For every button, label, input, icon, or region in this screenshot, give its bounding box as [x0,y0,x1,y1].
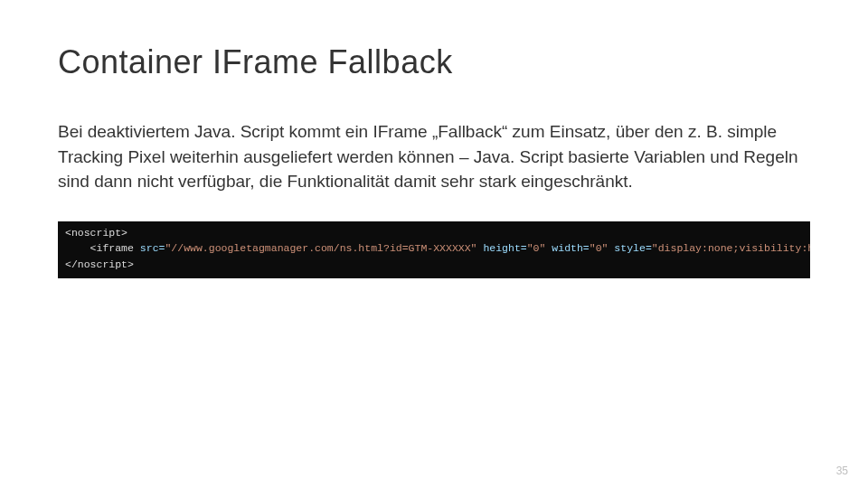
code-iframe-open: <iframe [90,242,140,254]
code-attr-style: style= [608,242,651,254]
code-val-height: "0" [527,242,546,254]
code-val-width: "0" [590,242,609,254]
code-noscript-close: </noscript> [65,258,134,270]
code-indent [65,242,90,254]
code-block: <noscript> <iframe src="//www.googletagm… [58,221,810,278]
slide-title: Container IFrame Fallback [58,43,810,81]
code-noscript-open: <noscript> [65,227,127,239]
code-attr-width: width= [545,242,589,254]
slide-body-text: Bei deaktiviertem Java. Script kommt ein… [58,119,799,194]
page-number: 35 [836,465,848,477]
code-attr-height: height= [477,242,527,254]
code-attr-src: src= [140,242,165,254]
code-val-src: "//www.googletagmanager.com/ns.html?id=G… [165,242,476,254]
code-val-style: "display:none;visibility:hidden" [652,242,810,254]
slide: Container IFrame Fallback Bei deaktivier… [0,0,868,488]
